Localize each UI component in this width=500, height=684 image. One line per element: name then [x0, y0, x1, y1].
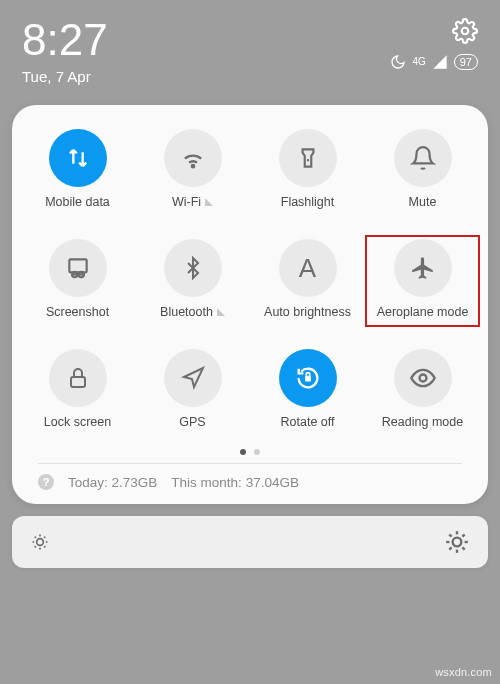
svg-line-16 — [44, 546, 45, 547]
tile-gps[interactable]: GPS — [135, 345, 250, 437]
svg-point-10 — [37, 539, 44, 546]
brightness-slider[interactable] — [12, 516, 488, 568]
signal-icon — [432, 54, 448, 70]
tile-auto-brightness[interactable]: A Auto brightness — [250, 235, 365, 327]
page-dot — [240, 449, 246, 455]
svg-rect-3 — [69, 259, 86, 272]
settings-icon[interactable] — [452, 18, 478, 44]
page-dot — [254, 449, 260, 455]
tile-bluetooth[interactable]: Bluetooth — [135, 235, 250, 327]
mobile-data-icon — [49, 129, 107, 187]
svg-point-9 — [419, 375, 426, 382]
svg-point-0 — [462, 28, 469, 35]
data-usage-row[interactable]: ? Today: 2.73GB This month: 37.04GB — [20, 464, 480, 490]
tile-screenshot[interactable]: Screenshot — [20, 235, 135, 327]
date: Tue, 7 Apr — [22, 68, 108, 85]
aeroplane-icon — [394, 239, 452, 297]
tile-mobile-data[interactable]: Mobile data — [20, 125, 135, 217]
svg-line-25 — [462, 547, 464, 549]
tile-label: Wi-Fi — [172, 195, 201, 209]
lock-icon — [49, 349, 107, 407]
status-right: 4G 97 — [390, 18, 478, 70]
flashlight-icon — [279, 129, 337, 187]
status-bar: 8:27 Tue, 7 Apr 4G 97 — [0, 0, 500, 93]
tile-wifi[interactable]: Wi-Fi — [135, 125, 250, 217]
svg-line-17 — [35, 546, 36, 547]
wifi-icon — [164, 129, 222, 187]
data-today: Today: 2.73GB — [68, 475, 157, 490]
tile-reading-mode[interactable]: Reading mode — [365, 345, 480, 437]
network-type: 4G — [412, 57, 425, 67]
tile-label: Mobile data — [45, 195, 110, 209]
info-icon: ? — [38, 474, 54, 490]
tile-label: Rotate off — [281, 415, 335, 429]
battery-indicator: 97 — [454, 54, 478, 70]
screenshot-icon — [49, 239, 107, 297]
svg-line-15 — [35, 537, 36, 538]
tile-lock-screen[interactable]: Lock screen — [20, 345, 135, 437]
watermark: wsxdn.com — [435, 666, 492, 678]
svg-line-27 — [462, 534, 464, 536]
tile-mute[interactable]: Mute — [365, 125, 480, 217]
status-left: 8:27 Tue, 7 Apr — [22, 18, 108, 85]
svg-line-26 — [449, 547, 451, 549]
brightness-high-icon — [444, 529, 470, 555]
svg-point-19 — [453, 538, 462, 547]
expand-indicator-icon — [217, 308, 225, 316]
dnd-icon — [390, 54, 406, 70]
tile-label: Auto brightness — [264, 305, 351, 319]
status-icons: 4G 97 — [390, 54, 478, 70]
expand-indicator-icon — [205, 198, 213, 206]
tile-label: Aeroplane mode — [377, 305, 469, 319]
gps-icon — [164, 349, 222, 407]
quick-settings-grid: Mobile data Wi-Fi Flashlight Mute — [20, 125, 480, 437]
data-month: This month: 37.04GB — [171, 475, 299, 490]
clock: 8:27 — [22, 18, 108, 62]
page-indicator[interactable] — [20, 449, 480, 455]
quick-settings-panel: Mobile data Wi-Fi Flashlight Mute — [12, 105, 488, 504]
mute-icon — [394, 129, 452, 187]
reading-mode-icon — [394, 349, 452, 407]
svg-line-18 — [44, 537, 45, 538]
rotate-lock-icon — [279, 349, 337, 407]
tile-label: Flashlight — [281, 195, 335, 209]
bluetooth-icon — [164, 239, 222, 297]
svg-line-24 — [449, 534, 451, 536]
brightness-low-icon — [30, 532, 50, 552]
tile-label: Reading mode — [382, 415, 463, 429]
tile-label: Screenshot — [46, 305, 109, 319]
tile-label: Bluetooth — [160, 305, 213, 319]
svg-rect-8 — [305, 376, 311, 382]
tile-label: Mute — [409, 195, 437, 209]
tile-label: GPS — [179, 415, 205, 429]
tile-label: Lock screen — [44, 415, 111, 429]
svg-point-1 — [191, 165, 193, 167]
auto-brightness-icon: A — [279, 239, 337, 297]
tile-aeroplane-mode[interactable]: Aeroplane mode — [365, 235, 480, 327]
tile-flashlight[interactable]: Flashlight — [250, 125, 365, 217]
tile-rotate-off[interactable]: Rotate off — [250, 345, 365, 437]
svg-rect-7 — [71, 377, 85, 387]
